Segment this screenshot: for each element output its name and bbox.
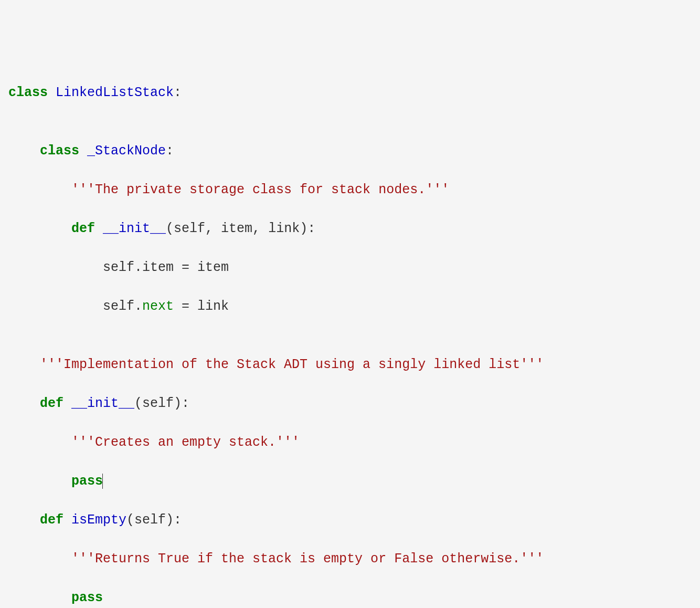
colon: : <box>166 143 174 159</box>
indent <box>8 590 71 605</box>
indent <box>8 299 103 314</box>
function-name: __init__ <box>103 221 166 236</box>
code-line: '''Creates an empty stack.''' <box>8 433 692 452</box>
docstring: '''Creates an empty stack.''' <box>71 435 300 450</box>
code-line: def __init__(self, item, link): <box>8 219 692 238</box>
colon: : <box>174 85 182 100</box>
statement: self.item = item <box>103 260 229 275</box>
indent <box>8 512 40 528</box>
code-line: pass <box>8 471 692 491</box>
builtin-next: next <box>142 299 174 314</box>
indent <box>8 551 71 567</box>
indent <box>8 143 40 159</box>
code-line: def isEmpty(self): <box>8 510 692 530</box>
keyword-class: class <box>40 143 79 159</box>
indent <box>8 260 103 275</box>
docstring: '''Returns True if the stack is empty or… <box>71 551 544 567</box>
function-name: __init__ <box>71 396 134 411</box>
keyword-def: def <box>40 512 63 528</box>
params: (self): <box>134 396 189 411</box>
code-line: self.next = link <box>8 297 692 316</box>
code-line: pass <box>8 588 692 607</box>
code-line: self.item = item <box>8 258 692 277</box>
code-line: class LinkedListStack: <box>8 83 692 102</box>
keyword-pass: pass <box>71 474 103 489</box>
keyword-class: class <box>8 85 48 100</box>
statement-post: = link <box>174 299 229 314</box>
indent <box>8 357 40 372</box>
class-name: _StackNode <box>87 143 166 159</box>
indent <box>8 182 71 197</box>
docstring: '''Implementation of the Stack ADT using… <box>40 357 544 372</box>
function-name: isEmpty <box>71 512 126 528</box>
params: (self): <box>126 512 182 528</box>
indent <box>8 474 71 489</box>
indent <box>8 396 40 411</box>
code-line: class _StackNode: <box>8 141 692 161</box>
code-line: '''Returns True if the stack is empty or… <box>8 549 692 569</box>
code-line: '''Implementation of the Stack ADT using… <box>8 355 692 374</box>
code-line: def __init__(self): <box>8 394 692 413</box>
statement-pre: self. <box>103 299 142 314</box>
code-line: '''The private storage class for stack n… <box>8 180 692 200</box>
indent <box>8 221 71 236</box>
indent <box>8 435 71 450</box>
params: (self, item, link): <box>166 221 315 236</box>
keyword-def: def <box>71 221 95 236</box>
class-name: LinkedListStack <box>56 85 174 100</box>
text-cursor <box>102 474 103 489</box>
keyword-pass: pass <box>71 590 103 605</box>
keyword-def: def <box>40 396 63 411</box>
docstring: '''The private storage class for stack n… <box>71 182 449 197</box>
